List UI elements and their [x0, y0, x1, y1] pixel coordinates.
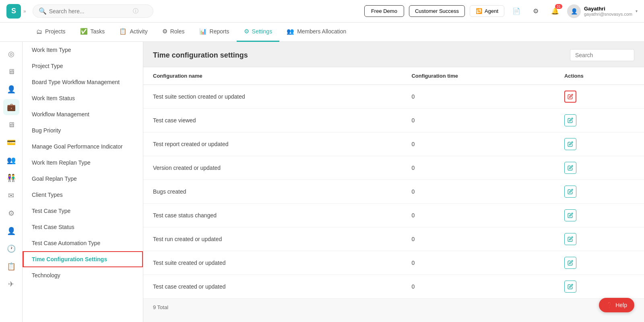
sidebar-icon-group[interactable]: 👥	[3, 152, 19, 168]
settings-item-work-item-replan[interactable]: Work Item Replan Type	[23, 155, 143, 171]
settings-item-time-config[interactable]: Time Configuration Settings	[23, 251, 143, 267]
sidebar-icon-person[interactable]: 👤	[3, 81, 19, 97]
sidebar-icon-user2[interactable]: 👤	[3, 223, 19, 239]
sidebar-icon-mail[interactable]: ✉	[3, 188, 19, 204]
reports-icon: 📊	[199, 28, 207, 35]
user-dropdown-arrow[interactable]: ▾	[636, 9, 638, 13]
cell-actions	[555, 251, 644, 275]
search-bar: 🔍 ⓘ	[33, 4, 153, 18]
sidebar-icon-dashboard[interactable]: ◎	[3, 46, 19, 62]
settings-item-client-types[interactable]: Client Types	[23, 187, 143, 203]
cell-config-time: 0	[402, 204, 555, 227]
settings-item-board-type[interactable]: Board Type Workflow Management	[23, 74, 143, 90]
edit-button-8[interactable]	[564, 281, 576, 293]
user-text: Gayathri gayathri@snovasys.com	[584, 6, 632, 17]
settings-item-work-item-type[interactable]: Work Item Type	[23, 42, 143, 58]
edit-button-0[interactable]	[564, 91, 576, 103]
edit-button-3[interactable]	[564, 162, 576, 174]
notification-btn[interactable]: 🔔 31	[548, 4, 562, 19]
tab-reports[interactable]: 📊 Reports	[192, 23, 237, 42]
sidebar-icon-people[interactable]: 👫	[3, 170, 19, 186]
cell-config-name: Test suite created or updated	[143, 251, 402, 275]
settings-item-test-case-type[interactable]: Test Case Type	[23, 203, 143, 219]
edit-button-2[interactable]	[564, 138, 576, 150]
settings-item-project-type[interactable]: Project Type	[23, 58, 143, 74]
settings-item-goal-replan[interactable]: Goal Replan Type	[23, 171, 143, 187]
members-icon: 👥	[287, 28, 294, 35]
sidebar-icon-clipboard[interactable]: 📋	[3, 258, 19, 275]
settings-icon-btn[interactable]: ⚙	[528, 4, 543, 19]
customer-success-button[interactable]: Customer Success	[409, 5, 465, 17]
left-sidebar: ◎ 🖥 👤 💼 🖥 💳 👥 👫 ✉ ⚙ 👤 🕐 📋 ✈	[0, 42, 23, 322]
cell-config-name: Test case viewed	[143, 109, 402, 132]
cell-config-time: 0	[402, 275, 555, 299]
table-row: Test run created or updated 0	[143, 227, 644, 251]
settings-item-work-item-status[interactable]: Work Item Status	[23, 90, 143, 106]
settings-item-bug-priority[interactable]: Bug Priority	[23, 122, 143, 138]
tab-tasks[interactable]: ✅ Tasks	[73, 23, 112, 42]
sidebar-icon-briefcase[interactable]: 💼	[3, 99, 19, 115]
cell-config-name: Test case created or updated	[143, 275, 402, 299]
roles-icon: ⚙	[162, 28, 167, 35]
user-email: gayathri@snovasys.com	[584, 12, 632, 17]
sidebar-icon-settings[interactable]: ⚙	[3, 205, 19, 221]
sidebar-icon-clock[interactable]: 🕐	[3, 241, 19, 257]
settings-item-test-case-status[interactable]: Test Case Status	[23, 219, 143, 235]
tab-roles[interactable]: ⚙ Roles	[155, 23, 192, 42]
projects-icon: 🗂	[36, 28, 42, 35]
search-icon: 🔍	[39, 7, 47, 15]
sidebar-icon-tv[interactable]: 🖥	[3, 64, 19, 80]
topbar-right: Free Demo Customer Success 🔁 Agent 📄 ⚙ 🔔…	[364, 4, 638, 19]
settings-icon: ⚙	[533, 7, 539, 15]
edit-button-5[interactable]	[564, 209, 576, 221]
total-count: 9 Total	[143, 299, 644, 316]
user-info[interactable]: 👤 Gayathri gayathri@snovasys.com ▾	[567, 4, 638, 18]
nav-tabs: 🗂 Projects ✅ Tasks 📋 Activity ⚙ Roles 📊 …	[0, 23, 644, 42]
help-button[interactable]: ❓ Help	[599, 298, 634, 312]
activity-icon: 📋	[119, 28, 127, 35]
tab-activity[interactable]: 📋 Activity	[112, 23, 155, 42]
table-search-input[interactable]	[570, 49, 634, 61]
edit-button-1[interactable]	[564, 114, 576, 126]
expand-icon[interactable]: »	[23, 8, 26, 14]
search-input[interactable]	[49, 8, 130, 14]
cell-config-time: 0	[402, 156, 555, 180]
tab-settings[interactable]: ⚙ Settings	[237, 23, 280, 42]
cell-actions	[555, 227, 644, 251]
notification-badge: 31	[555, 4, 562, 9]
table-row: Test case status changed 0	[143, 204, 644, 227]
settings-item-technology[interactable]: Technology	[23, 267, 143, 283]
cell-config-time: 0	[402, 180, 555, 204]
edit-button-6[interactable]	[564, 233, 576, 245]
cell-actions	[555, 156, 644, 180]
document-icon-btn[interactable]: 📄	[509, 4, 524, 19]
table-row: Test suite created or updated 0	[143, 251, 644, 275]
sidebar-icon-monitor[interactable]: 🖥	[3, 117, 19, 133]
edit-button-4[interactable]	[564, 186, 576, 198]
settings-item-workflow[interactable]: Workflow Management	[23, 106, 143, 122]
content-header: Time configuration settings	[143, 42, 644, 67]
table-row: Bugs created 0	[143, 180, 644, 204]
table-row: Test case viewed 0	[143, 109, 644, 132]
cell-actions	[555, 204, 644, 227]
edit-button-7[interactable]	[564, 257, 576, 269]
table-row: Test suite section created or updated 0	[143, 85, 644, 109]
help-circle-icon: ❓	[606, 302, 613, 308]
cell-config-name: Test run created or updated	[143, 227, 402, 251]
cell-config-name: Test report created or updated	[143, 132, 402, 156]
tab-members[interactable]: 👥 Members Allocation	[279, 23, 353, 42]
free-demo-button[interactable]: Free Demo	[364, 5, 404, 17]
agent-button[interactable]: 🔁 Agent	[470, 5, 504, 17]
avatar: 👤	[567, 4, 581, 18]
table-row: Test case created or updated 0	[143, 275, 644, 299]
sidebar-icon-card[interactable]: 💳	[3, 134, 19, 151]
settings-item-test-case-automation[interactable]: Test Case Automation Type	[23, 235, 143, 251]
cell-config-time: 0	[402, 132, 555, 156]
col-header-time: Configuration time	[402, 67, 555, 85]
cell-config-time: 0	[402, 109, 555, 132]
settings-item-manage-goal[interactable]: Manage Goal Performance Indicator	[23, 138, 143, 155]
cell-config-time: 0	[402, 227, 555, 251]
sidebar-icon-send[interactable]: ✈	[3, 276, 19, 292]
app-logo[interactable]: S	[6, 4, 21, 19]
tab-projects[interactable]: 🗂 Projects	[29, 23, 73, 42]
